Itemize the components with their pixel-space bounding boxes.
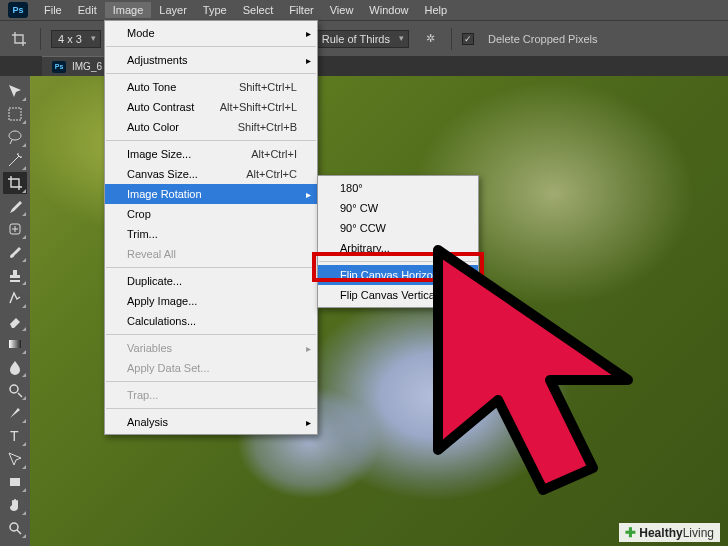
menu-item-canvas-size[interactable]: Canvas Size...Alt+Ctrl+C bbox=[105, 164, 317, 184]
menu-item-label: Auto Color bbox=[127, 121, 179, 133]
menu-help[interactable]: Help bbox=[416, 2, 455, 18]
menu-item-shortcut: Shift+Ctrl+B bbox=[238, 121, 297, 133]
menu-item-shortcut: Alt+Ctrl+C bbox=[246, 168, 297, 180]
menu-item-label: Crop bbox=[127, 208, 151, 220]
delete-cropped-label: Delete Cropped Pixels bbox=[488, 33, 597, 45]
app-logo: Ps bbox=[8, 2, 28, 18]
hand-tool[interactable] bbox=[3, 494, 27, 516]
menubar: Ps FileEditImageLayerTypeSelectFilterVie… bbox=[0, 0, 728, 20]
menu-item-adjustments[interactable]: Adjustments bbox=[105, 50, 317, 70]
menu-item-label: Image Rotation bbox=[127, 188, 202, 200]
brush-tool[interactable] bbox=[3, 241, 27, 263]
menu-item-analysis[interactable]: Analysis bbox=[105, 412, 317, 432]
menu-select[interactable]: Select bbox=[235, 2, 282, 18]
menu-item-auto-contrast[interactable]: Auto ContrastAlt+Shift+Ctrl+L bbox=[105, 97, 317, 117]
menu-item-label: Analysis bbox=[127, 416, 168, 428]
menu-item-duplicate[interactable]: Duplicate... bbox=[105, 271, 317, 291]
document-tab[interactable]: Ps IMG_6 bbox=[42, 56, 112, 76]
menu-item-variables: Variables bbox=[105, 338, 317, 358]
svg-rect-5 bbox=[10, 478, 20, 486]
image-rotation-submenu: 180°90° CW90° CCWArbitrary...Flip Canvas… bbox=[317, 175, 479, 308]
type-tool[interactable]: T bbox=[3, 425, 27, 447]
menu-item-flip-canvas-vertical[interactable]: Flip Canvas Vertical bbox=[318, 285, 478, 305]
zoom-tool[interactable] bbox=[3, 517, 27, 539]
menu-item-ccw[interactable]: 90° CCW bbox=[318, 218, 478, 238]
menu-separator bbox=[106, 381, 316, 382]
delete-cropped-checkbox[interactable]: ✓ bbox=[462, 33, 474, 45]
rect-tool[interactable] bbox=[3, 471, 27, 493]
tools-panel: T bbox=[0, 76, 30, 546]
menu-item-apply-image[interactable]: Apply Image... bbox=[105, 291, 317, 311]
menu-item-label: Trap... bbox=[127, 389, 158, 401]
gradient-tool[interactable] bbox=[3, 333, 27, 355]
svg-point-6 bbox=[10, 523, 18, 531]
menu-item-image-size[interactable]: Image Size...Alt+Ctrl+I bbox=[105, 144, 317, 164]
menu-filter[interactable]: Filter bbox=[281, 2, 321, 18]
menu-item-auto-tone[interactable]: Auto ToneShift+Ctrl+L bbox=[105, 77, 317, 97]
separator bbox=[451, 28, 452, 50]
stamp-tool[interactable] bbox=[3, 264, 27, 286]
menu-separator bbox=[106, 408, 316, 409]
menu-item-label: Auto Contrast bbox=[127, 101, 194, 113]
menu-item-label: Auto Tone bbox=[127, 81, 176, 93]
svg-rect-2 bbox=[9, 340, 21, 348]
menu-item-auto-color[interactable]: Auto ColorShift+Ctrl+B bbox=[105, 117, 317, 137]
pen-tool[interactable] bbox=[3, 402, 27, 424]
move-tool[interactable] bbox=[3, 80, 27, 102]
plus-icon: ✚ bbox=[625, 525, 636, 540]
menu-item-reveal-all: Reveal All bbox=[105, 244, 317, 264]
eraser-tool[interactable] bbox=[3, 310, 27, 332]
menu-item-image-rotation[interactable]: Image Rotation bbox=[105, 184, 317, 204]
settings-icon[interactable]: ✲ bbox=[419, 28, 441, 50]
menu-image[interactable]: Image bbox=[105, 2, 152, 18]
menu-item-trim[interactable]: Trim... bbox=[105, 224, 317, 244]
view-select[interactable]: Rule of Thirds bbox=[315, 30, 409, 48]
menu-item-shortcut: Alt+Ctrl+I bbox=[251, 148, 297, 160]
heal-tool[interactable] bbox=[3, 218, 27, 240]
menu-item-label: Apply Data Set... bbox=[127, 362, 210, 374]
marquee-tool[interactable] bbox=[3, 103, 27, 125]
ps-file-icon: Ps bbox=[52, 61, 66, 73]
menu-item-flip-canvas-horizontal[interactable]: Flip Canvas Horizontal bbox=[318, 265, 478, 285]
menu-layer[interactable]: Layer bbox=[151, 2, 195, 18]
menu-separator bbox=[106, 73, 316, 74]
menu-item-cw[interactable]: 90° CW bbox=[318, 198, 478, 218]
document-tab-label: IMG_6 bbox=[72, 61, 102, 72]
menu-separator bbox=[106, 140, 316, 141]
menu-item-calculations[interactable]: Calculations... bbox=[105, 311, 317, 331]
menu-edit[interactable]: Edit bbox=[70, 2, 105, 18]
wand-tool[interactable] bbox=[3, 149, 27, 171]
menu-item-trap: Trap... bbox=[105, 385, 317, 405]
menu-file[interactable]: File bbox=[36, 2, 70, 18]
menu-item-arbitrary[interactable]: Arbitrary... bbox=[318, 238, 478, 258]
menu-item-label: Apply Image... bbox=[127, 295, 197, 307]
crop-tool-icon[interactable] bbox=[8, 28, 30, 50]
watermark-bold: Healthy bbox=[639, 526, 682, 540]
menu-item-label: Adjustments bbox=[127, 54, 188, 66]
menu-item-shortcut: Alt+Shift+Ctrl+L bbox=[220, 101, 297, 113]
menu-item-mode[interactable]: Mode bbox=[105, 23, 317, 43]
history-tool[interactable] bbox=[3, 287, 27, 309]
menu-item-label: Variables bbox=[127, 342, 172, 354]
menu-item-label: Trim... bbox=[127, 228, 158, 240]
crop-tool[interactable] bbox=[3, 172, 27, 194]
path-tool[interactable] bbox=[3, 448, 27, 470]
menu-item-label: Image Size... bbox=[127, 148, 191, 160]
menu-separator bbox=[319, 261, 477, 262]
svg-point-3 bbox=[10, 385, 18, 393]
menu-view[interactable]: View bbox=[322, 2, 362, 18]
lasso-tool[interactable] bbox=[3, 126, 27, 148]
image-menu-dropdown: ModeAdjustmentsAuto ToneShift+Ctrl+LAuto… bbox=[104, 20, 318, 435]
watermark-rest: Living bbox=[683, 526, 714, 540]
eyedropper-tool[interactable] bbox=[3, 195, 27, 217]
menu-item-crop[interactable]: Crop bbox=[105, 204, 317, 224]
aspect-ratio-select[interactable]: 4 x 3 bbox=[51, 30, 101, 48]
menu-item-label: Duplicate... bbox=[127, 275, 182, 287]
dodge-tool[interactable] bbox=[3, 379, 27, 401]
menu-item-[interactable]: 180° bbox=[318, 178, 478, 198]
menu-item-apply-data-set: Apply Data Set... bbox=[105, 358, 317, 378]
menu-window[interactable]: Window bbox=[361, 2, 416, 18]
blur-tool[interactable] bbox=[3, 356, 27, 378]
menu-type[interactable]: Type bbox=[195, 2, 235, 18]
menu-separator bbox=[106, 267, 316, 268]
